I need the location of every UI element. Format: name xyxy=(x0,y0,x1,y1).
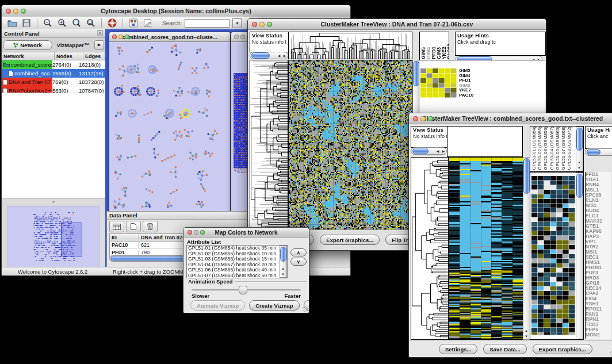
scrollbar-thumb[interactable] xyxy=(523,158,530,194)
close-button[interactable] xyxy=(6,9,11,14)
new-attribute-button[interactable] xyxy=(126,221,141,232)
network-item-icon xyxy=(3,79,7,85)
dialog-button[interactable]: Animate Vizmap xyxy=(190,300,245,311)
zoom-heatmap-canvas[interactable] xyxy=(531,176,575,335)
minimize-button[interactable] xyxy=(420,116,426,121)
col-network[interactable]: Network xyxy=(2,52,55,60)
zoom-button[interactable] xyxy=(125,35,129,39)
scrollbar-thumb[interactable] xyxy=(412,148,429,154)
scroll-down-icon[interactable]: ▼ xyxy=(280,271,286,277)
column-dendrogram-area[interactable] xyxy=(447,126,523,157)
heatmap-canvas[interactable] xyxy=(288,60,412,230)
col-nodes[interactable]: Nodes xyxy=(55,52,83,60)
column-label: GPL51-02 (GSM855) xyxy=(537,127,543,170)
attribute-listbox[interactable]: GPL51-01 (GSM854) heat shock 05 minGPL51… xyxy=(186,245,288,278)
treeview2-button[interactable]: Save Data... xyxy=(483,344,526,354)
column-dendrogram-canvas[interactable] xyxy=(288,32,412,59)
search-input[interactable] xyxy=(185,19,230,28)
resize-grip[interactable] xyxy=(610,351,612,357)
float-panel-icon[interactable] xyxy=(97,30,103,37)
scroll-down-icon[interactable]: ▼ xyxy=(523,334,529,339)
col-id[interactable]: ID xyxy=(110,235,139,240)
help-button[interactable] xyxy=(106,18,118,28)
vizmapper-button[interactable] xyxy=(128,18,139,28)
network-graph-canvas[interactable] xyxy=(109,42,229,212)
tab-overflow-button[interactable]: ▶ xyxy=(94,40,104,50)
mini-heatmap-canvas[interactable] xyxy=(420,68,457,98)
zoom-button[interactable] xyxy=(200,230,205,235)
minimize-button[interactable] xyxy=(259,22,265,27)
dialog-button[interactable]: Create Vizmap xyxy=(249,300,299,311)
network-list-row[interactable]: DNA and Tran 07 769(0) 183728(0) xyxy=(2,78,105,86)
labels-vscrollbar[interactable]: ▲ ▼ xyxy=(576,127,583,171)
zoom-fit-button[interactable] xyxy=(71,18,82,28)
scrollbar-thumb[interactable] xyxy=(576,174,583,198)
search-dropdown-button[interactable]: ▼ xyxy=(232,18,242,28)
save-session-button[interactable] xyxy=(21,18,32,28)
zoom-vscrollbar[interactable] xyxy=(576,173,583,339)
document-icon xyxy=(9,71,13,76)
close-button[interactable] xyxy=(188,230,192,235)
close-button[interactable] xyxy=(234,35,239,39)
scroll-up-icon[interactable]: ▲ xyxy=(280,266,286,271)
network-edges-count: 16218(0) xyxy=(79,62,105,68)
zoom-selected-button[interactable] xyxy=(85,18,97,28)
open-session-button[interactable] xyxy=(6,18,18,28)
scrollbar-thumb[interactable] xyxy=(576,128,583,151)
network-view-titlebar[interactable]: combined_scores_good.txt--cluste... xyxy=(109,32,230,42)
scroll-up-icon[interactable]: ▲ xyxy=(576,159,582,165)
row-dendrogram-canvas[interactable] xyxy=(411,157,449,340)
view-status-hscrollbar[interactable]: ◀ ▶ xyxy=(411,147,447,155)
control-panel-tabbar: Network VizMapper™ ▶ xyxy=(2,38,105,52)
heatmap-canvas[interactable] xyxy=(449,157,523,340)
minimize-button[interactable] xyxy=(118,35,123,39)
scrollbar-thumb[interactable] xyxy=(280,247,286,262)
scroll-right-icon[interactable]: ▶ xyxy=(282,53,288,59)
birdseye-canvas[interactable] xyxy=(7,206,100,268)
treeview1-button[interactable]: Export Graphics... xyxy=(320,235,380,245)
treeview2-button[interactable]: Settings... xyxy=(439,344,477,354)
zoom-button[interactable] xyxy=(21,9,26,14)
dialog-titlebar[interactable]: Map Colors to Network xyxy=(183,228,309,237)
view-status-hscrollbar[interactable]: ◀ ▶ xyxy=(250,52,288,59)
zoom-out-button[interactable] xyxy=(42,18,53,28)
scroll-down-icon[interactable]: ▼ xyxy=(576,165,582,171)
network-list-row[interactable]: combined_scores 2764(0) 16218(0) xyxy=(2,60,105,69)
tab-network[interactable]: Network xyxy=(3,40,52,50)
move-down-button[interactable]: ∨ xyxy=(290,258,307,266)
network-list-row[interactable]: combined_sco 2569(6) 13112(15) xyxy=(2,69,105,78)
scrollbar-thumb[interactable] xyxy=(251,52,270,59)
scroll-right-icon[interactable]: ▶ xyxy=(441,148,446,154)
gene-label[interactable]: MON2 xyxy=(586,332,611,338)
scroll-left-icon[interactable]: ◀ xyxy=(435,148,441,154)
resize-grip[interactable] xyxy=(303,306,308,312)
usage-hscrollbar[interactable] xyxy=(585,148,612,156)
close-button[interactable] xyxy=(252,22,257,27)
col-edges[interactable]: Edges xyxy=(83,52,105,60)
zoom-button[interactable] xyxy=(267,22,272,27)
zoom-button[interactable] xyxy=(428,116,433,121)
close-button[interactable] xyxy=(413,116,418,121)
move-up-button[interactable]: ∧ xyxy=(290,248,307,256)
scroll-up-icon[interactable]: ▲ xyxy=(523,328,529,334)
treeview2-button[interactable]: Export Graphics... xyxy=(533,344,592,354)
row-dendrogram-canvas[interactable] xyxy=(250,60,288,230)
delete-attribute-button[interactable] xyxy=(143,221,158,232)
list-vscrollbar[interactable]: ▲ ▼ xyxy=(280,246,287,278)
scrollbar-thumb[interactable] xyxy=(587,149,600,155)
treeview1-titlebar[interactable]: ClusterMaker TreeView : DNA and Tran 07-… xyxy=(248,19,546,30)
treeview2-titlebar[interactable]: ClusterMaker TreeView : combined_scores_… xyxy=(409,113,612,124)
main-titlebar[interactable]: Cytoscape Desktop (Session Name: collins… xyxy=(2,5,350,17)
speed-slider-thumb[interactable] xyxy=(239,286,247,294)
minimize-button[interactable] xyxy=(194,230,198,235)
close-button[interactable] xyxy=(112,35,117,39)
zoom-in-button[interactable] xyxy=(56,18,68,28)
annotation-button[interactable] xyxy=(142,18,154,28)
minimize-button[interactable] xyxy=(13,9,18,14)
select-attributes-button[interactable] xyxy=(109,221,124,232)
scroll-left-icon[interactable]: ◀ xyxy=(276,53,282,59)
minimize-button[interactable] xyxy=(240,35,245,39)
attribute-list-item[interactable]: GPL51-07 (GSM868) heat shock 60 min xyxy=(187,273,279,279)
birdseye-header[interactable] xyxy=(2,198,105,205)
tab-vizmapper[interactable]: VizMapper™ xyxy=(52,41,94,49)
